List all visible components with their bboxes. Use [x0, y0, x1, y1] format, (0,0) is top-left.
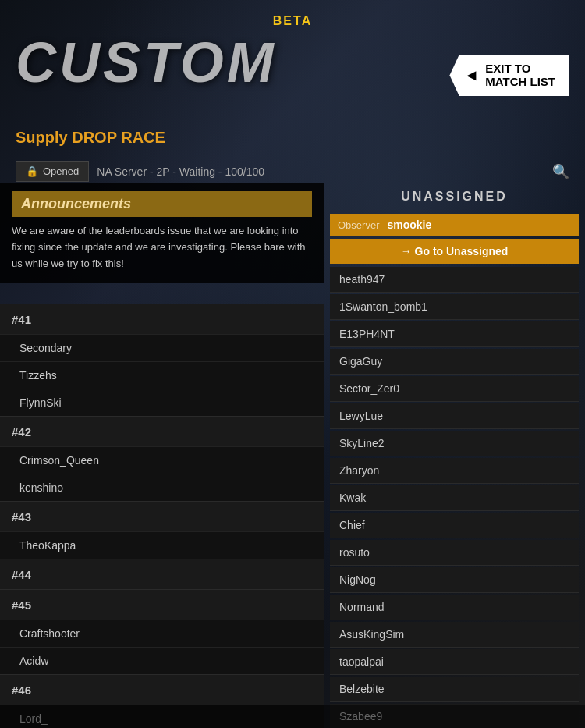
unassigned-player[interactable]: rosuto: [330, 540, 579, 566]
unassigned-player[interactable]: Belzebite: [330, 677, 579, 702]
team-member[interactable]: FlynnSki: [0, 389, 324, 416]
beta-label: BETA: [273, 14, 312, 28]
announcements-text: We are aware of the leaderboards issue t…: [12, 223, 312, 272]
lock-icon: 🔒: [26, 165, 38, 177]
announcements-overlay: Announcements We are aware of the leader…: [0, 183, 324, 283]
unassigned-player[interactable]: heath947: [330, 267, 579, 293]
team-member[interactable]: Tizzehs: [0, 361, 324, 389]
search-icon[interactable]: 🔍: [552, 163, 569, 180]
unassigned-player[interactable]: Zharyon: [330, 458, 579, 484]
exit-button-label: EXIT TOMATCH LIST: [485, 62, 555, 88]
unassigned-players-list: heath9471Swanton_bomb1E13PH4NTGigaGuySec…: [330, 267, 579, 728]
header: BETA CUSTOM ◄ EXIT TOMATCH LIST: [0, 0, 585, 125]
server-info-text: NA Server - 2P - Waiting - 100/100: [97, 165, 544, 178]
main-layout: Announcements We are aware of the leader…: [0, 183, 585, 728]
right-panel: UNASSIGNED Observer smookie → Go to Unas…: [324, 183, 585, 728]
observer-name: smookie: [387, 218, 431, 231]
unassigned-player[interactable]: GigaGuy: [330, 349, 579, 375]
observer-label: Observer: [338, 219, 379, 231]
unassigned-player[interactable]: Sector_Zer0: [330, 376, 579, 402]
unassigned-player[interactable]: SkyLine2: [330, 431, 579, 456]
team-slot: #45CraftshooterAcidw: [0, 590, 324, 675]
team-number[interactable]: #45: [0, 590, 324, 620]
team-number[interactable]: #46: [0, 675, 324, 705]
opened-label: Opened: [43, 165, 79, 177]
team-slot: #44: [0, 559, 324, 590]
unassigned-player[interactable]: NigNog: [330, 567, 579, 593]
team-number[interactable]: #42: [0, 417, 324, 446]
team-number[interactable]: #41: [0, 304, 324, 334]
exit-to-match-list-button[interactable]: ◄ EXIT TOMATCH LIST: [449, 55, 569, 96]
left-panel: Announcements We are aware of the leader…: [0, 183, 324, 728]
team-member[interactable]: Secondary: [0, 334, 324, 361]
page-title: CUSTOM: [16, 30, 277, 94]
unassigned-player[interactable]: 1Swanton_bomb1: [330, 294, 579, 320]
team-member[interactable]: Craftshooter: [0, 620, 324, 647]
bottom-bar: [0, 705, 585, 728]
unassigned-player[interactable]: LewyLue: [330, 403, 579, 429]
observer-row: Observer smookie: [330, 214, 579, 236]
unassigned-player[interactable]: taopalpai: [330, 649, 579, 675]
team-number[interactable]: #43: [0, 502, 324, 531]
team-member[interactable]: Acidw: [0, 647, 324, 674]
exit-button-container: ◄ EXIT TOMATCH LIST: [449, 55, 569, 96]
team-member[interactable]: TheoKappa: [0, 531, 324, 559]
goto-unassigned-button[interactable]: → Go to Unassigned: [330, 239, 579, 264]
opened-badge[interactable]: 🔒 Opened: [16, 161, 89, 182]
unassigned-player[interactable]: AsusKingSim: [330, 622, 579, 648]
team-member[interactable]: Crimson_Queen: [0, 446, 324, 474]
team-slot: #43TheoKappa: [0, 502, 324, 559]
announcements-title: Announcements: [12, 191, 312, 217]
unassigned-header: UNASSIGNED: [330, 183, 579, 210]
unassigned-player[interactable]: Normand: [330, 595, 579, 620]
team-member[interactable]: kenshino: [0, 474, 324, 501]
unassigned-player[interactable]: Kwak: [330, 485, 579, 511]
unassigned-player[interactable]: Chief: [330, 513, 579, 538]
race-title: Supply DROP RACE: [16, 129, 165, 147]
team-slot: #41SecondaryTizzehsFlynnSki: [0, 304, 324, 417]
team-number[interactable]: #44: [0, 559, 324, 589]
exit-arrow-icon: ◄: [463, 66, 479, 84]
unassigned-player[interactable]: E13PH4NT: [330, 321, 579, 347]
team-slot: #42Crimson_Queenkenshino: [0, 417, 324, 502]
